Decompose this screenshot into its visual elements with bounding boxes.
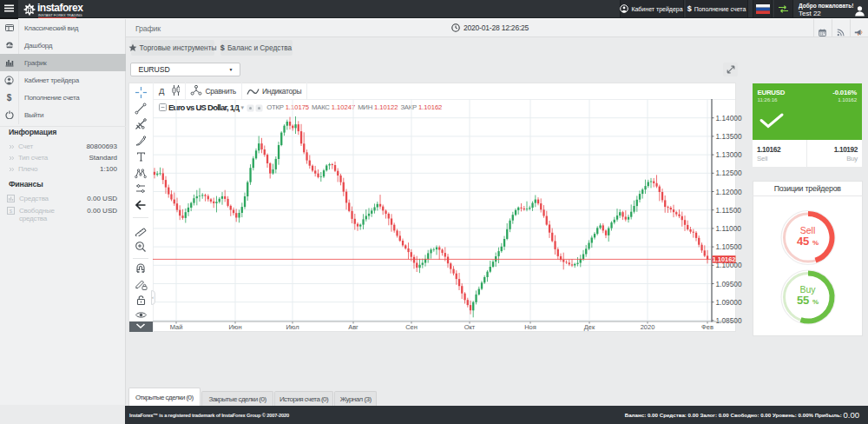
svg-text:1.09500: 1.09500 (716, 280, 742, 288)
svg-text:1.14000: 1.14000 (716, 114, 742, 123)
svg-text:Май: Май (170, 323, 183, 331)
svg-text:1.11500: 1.11500 (716, 206, 742, 215)
svg-text:Дек: Дек (584, 323, 595, 331)
svg-text:Сен: Сен (405, 323, 418, 331)
svg-text:Авг: Авг (348, 323, 358, 331)
svg-text:1.08500: 1.08500 (716, 316, 742, 325)
svg-text:1.13500: 1.13500 (716, 132, 742, 141)
svg-text:1.12000: 1.12000 (716, 188, 742, 196)
svg-text:1.11000: 1.11000 (716, 224, 742, 233)
svg-text:1.10162: 1.10162 (713, 255, 736, 263)
svg-text:Ноя: Ноя (524, 323, 536, 331)
svg-text:1.12500: 1.12500 (716, 169, 742, 177)
svg-text:2020: 2020 (641, 323, 655, 331)
svg-text:1.09000: 1.09000 (716, 298, 742, 307)
svg-text:1.13000: 1.13000 (716, 150, 742, 159)
svg-text:Фев: Фев (701, 323, 713, 331)
svg-text:Июн: Июн (228, 323, 241, 331)
svg-text:Окт: Окт (464, 323, 476, 331)
svg-text:Июл: Июл (286, 323, 299, 331)
svg-text:1.10500: 1.10500 (716, 242, 742, 251)
